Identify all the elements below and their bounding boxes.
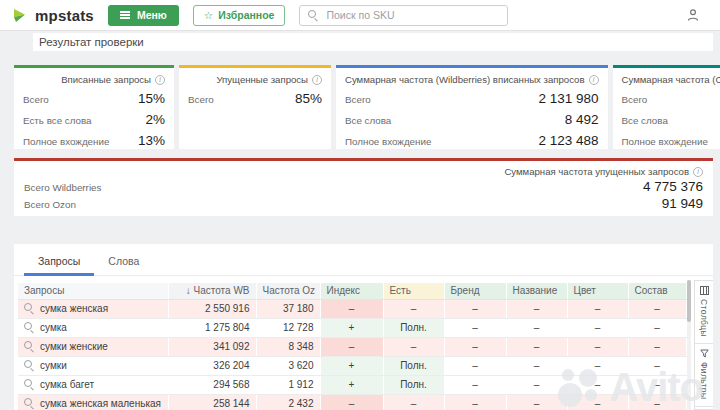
card-title: Вписанные запросы — [61, 74, 151, 85]
brand-cell: – — [444, 299, 506, 318]
query-text: сумка — [40, 322, 67, 333]
table-row[interactable]: сумка багет 294 568 1 912 + Полн. – – – … — [18, 375, 686, 394]
tab-words[interactable]: Слова — [94, 250, 153, 276]
query-search-icon[interactable] — [24, 398, 34, 408]
info-icon[interactable] — [693, 167, 703, 177]
color-cell: – — [567, 318, 628, 337]
col-header-oz-frequency[interactable]: Частота Oz — [256, 283, 320, 299]
star-icon: ☆ — [204, 9, 213, 21]
table-row[interactable]: сумки женские 341 092 8 348 – – – – – – — [18, 337, 686, 356]
stat-label: Полное вхождение — [23, 136, 109, 147]
oz-frequency-cell: 12 728 — [256, 318, 320, 337]
favorites-button[interactable]: ☆ Избранное — [193, 5, 286, 26]
oz-frequency-cell: 8 348 — [256, 337, 320, 356]
col-header-name[interactable]: Название — [506, 283, 567, 299]
wb-frequency-cell: 258 144 — [168, 394, 256, 410]
query-text: сумка багет — [40, 379, 94, 390]
query-search-icon[interactable] — [24, 303, 34, 313]
name-cell: – — [506, 375, 567, 394]
stat-value: 15% — [138, 91, 165, 106]
index-cell: – — [320, 337, 383, 356]
sku-search[interactable] — [299, 5, 508, 26]
panel-title: Суммарная частота упущенных запросов — [504, 166, 689, 177]
stat-label: Всего Ozon — [24, 199, 76, 210]
user-account-icon[interactable] — [686, 8, 700, 22]
stat-label: Всего Wildberries — [24, 182, 101, 193]
scrollbar-thumb[interactable] — [687, 280, 691, 322]
card-title: Суммарная частота (Ozon) вписанных запро… — [622, 74, 720, 85]
stat-value: 2 123 488 — [538, 133, 598, 148]
info-icon[interactable] — [155, 75, 165, 85]
oz-frequency-cell: 2 432 — [256, 394, 320, 410]
col-header-index[interactable]: Индекс — [320, 283, 383, 299]
brand-cell: – — [444, 375, 506, 394]
table-row[interactable]: сумки 326 204 3 620 + Полн. – – – – — [18, 356, 686, 375]
stat-label: Всего — [345, 94, 371, 105]
stat-value: 2 131 980 — [538, 91, 598, 106]
wb-frequency-cell: 1 275 804 — [168, 318, 256, 337]
query-text: сумки — [40, 360, 67, 371]
sku-search-input[interactable] — [324, 8, 499, 22]
columns-tool-tab[interactable]: Столбцы — [695, 281, 713, 344]
composition-cell: – — [628, 318, 686, 337]
stat-value: 2% — [145, 112, 165, 127]
stat-label: Всего — [622, 94, 648, 105]
query-search-icon[interactable] — [24, 322, 34, 332]
has-cell: Полн. — [383, 318, 444, 337]
sort-desc-icon[interactable]: ↓ — [186, 285, 191, 296]
index-cell: + — [320, 318, 383, 337]
has-cell: Полн. — [383, 356, 444, 375]
stat-label: Всего — [188, 94, 214, 105]
name-cell: – — [506, 337, 567, 356]
col-header-color[interactable]: Цвет — [567, 283, 628, 299]
menu-button[interactable]: Меню — [108, 5, 179, 26]
filters-tool-tab[interactable]: Фильтры — [695, 344, 713, 407]
missed-frequency-panel: Суммарная частота упущенных запросов Все… — [14, 158, 713, 216]
info-icon[interactable] — [589, 75, 599, 85]
hamburger-icon — [120, 14, 130, 16]
search-icon — [308, 10, 318, 20]
index-cell: + — [320, 375, 383, 394]
query-search-icon[interactable] — [24, 341, 34, 351]
wb-frequency-cell: 2 550 916 — [168, 299, 256, 318]
table-tools-strip: Столбцы Фильтры Настр — [694, 280, 713, 410]
card-inscribed-queries: Вписанные запросы Всего15% Есть все слов… — [14, 65, 174, 149]
col-header-queries[interactable]: Запросы — [18, 283, 168, 299]
card-title: Суммарная частота (Wildberries) вписанны… — [345, 74, 585, 85]
stat-value: 8 492 — [565, 112, 599, 127]
info-icon[interactable] — [312, 75, 322, 85]
table-row[interactable]: сумка женская 2 550 916 37 180 – – – – –… — [18, 299, 686, 318]
tab-queries[interactable]: Запросы — [24, 250, 94, 276]
has-cell: – — [383, 299, 444, 318]
brand-logo[interactable]: mpstats — [12, 7, 94, 24]
composition-cell: – — [628, 299, 686, 318]
top-navigation: mpstats Меню ☆ Избранное — [0, 0, 720, 31]
wb-frequency-cell: 294 568 — [168, 375, 256, 394]
index-cell: + — [320, 356, 383, 375]
name-cell: – — [506, 299, 567, 318]
table-row[interactable]: сумка женская маленькая 258 144 2 432 – … — [18, 394, 686, 410]
color-cell: – — [567, 394, 628, 410]
brand-cell: – — [444, 394, 506, 410]
has-cell: Полн. — [383, 375, 444, 394]
query-search-icon[interactable] — [24, 360, 34, 370]
query-text: сумки женские — [40, 341, 108, 352]
stat-value: 13% — [138, 133, 165, 148]
composition-cell: – — [628, 375, 686, 394]
color-cell: – — [567, 356, 628, 375]
table-row[interactable]: сумка 1 275 804 12 728 + Полн. – – – – — [18, 318, 686, 337]
brand-cell: – — [444, 318, 506, 337]
color-cell: – — [567, 375, 628, 394]
mpstats-logo-icon — [12, 7, 29, 24]
col-header-composition[interactable]: Состав — [628, 283, 686, 299]
table-scrollbar[interactable] — [687, 280, 691, 410]
table-tabs: Запросы Слова — [14, 244, 713, 276]
card-missed-queries: Упущенные запросы Всего85% — [179, 65, 331, 149]
query-search-icon[interactable] — [24, 379, 34, 389]
color-cell: – — [567, 337, 628, 356]
brand-name: mpstats — [35, 7, 94, 24]
summary-cards: Вписанные запросы Всего15% Есть все слов… — [14, 65, 713, 149]
col-header-wb-frequency[interactable]: ↓ Частота WB — [168, 283, 256, 299]
col-header-has[interactable]: Есть — [383, 283, 444, 299]
col-header-brand[interactable]: Бренд — [444, 283, 506, 299]
